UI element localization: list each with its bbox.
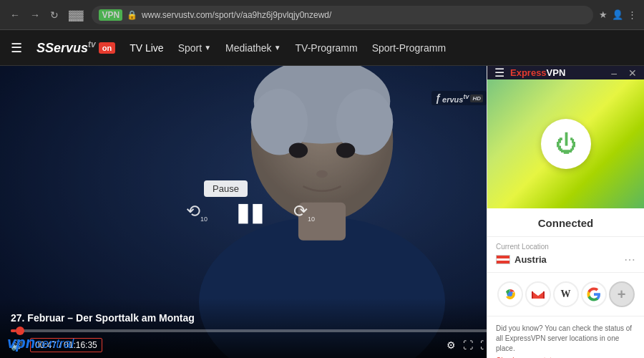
app-icons-section: W + bbox=[487, 273, 644, 316]
logo-servus: SServustv bbox=[36, 39, 96, 56]
extensions-button[interactable]: ▓▓ bbox=[66, 8, 86, 22]
back-button[interactable]: ← bbox=[7, 8, 23, 22]
content-area: ƒ ervustv HD Pause ⟲10 ▮▮ ⟳10 27. Februa… bbox=[0, 66, 644, 358]
vpn-central-watermark: vpncentral bbox=[7, 334, 74, 352]
video-bottom: 27. Februar – Der Sporttalk am Montag 🔊 … bbox=[0, 298, 501, 358]
profile-icon[interactable]: 👤 bbox=[612, 9, 623, 20]
bookmark-icon[interactable]: ★ bbox=[599, 9, 608, 20]
vpn-logo: ExpressExpressVPNVPN bbox=[510, 67, 605, 78]
forward-button-video[interactable]: ⟳10 bbox=[293, 201, 315, 223]
settings-icon[interactable]: ⚙ bbox=[447, 339, 456, 351]
vpn-gradient-area: ⏻ bbox=[487, 79, 644, 208]
did-you-know-section: Did you know? You can check the status o… bbox=[487, 316, 644, 358]
location-more-button[interactable]: ⋯ bbox=[624, 253, 635, 266]
vpn-close-button[interactable]: ✕ bbox=[628, 67, 637, 79]
lock-icon: 🔒 bbox=[127, 10, 137, 20]
google-app-icon[interactable] bbox=[581, 281, 607, 307]
url-text: www.servustv.com/sport/v/aa9hz6j9pvlqjy0… bbox=[142, 10, 331, 20]
location-flag-name: Austria bbox=[496, 254, 547, 265]
connected-label: Connected bbox=[538, 208, 594, 236]
progress-bar[interactable] bbox=[11, 329, 490, 332]
hd-badge: HD bbox=[470, 95, 483, 102]
nav-buttons: ← → ↻ ▓▓ bbox=[7, 8, 86, 22]
nav-item-tv-programm[interactable]: TV-Programm bbox=[296, 42, 358, 54]
add-app-icon[interactable]: + bbox=[609, 281, 635, 307]
video-watermark: ƒ ervustv HD bbox=[431, 91, 487, 105]
nav-item-sport-programm[interactable]: Sport-Programm bbox=[372, 42, 446, 54]
nav-item-tv-live[interactable]: TV Live bbox=[130, 42, 163, 54]
chrome-app-icon[interactable] bbox=[497, 281, 523, 307]
gmail-app-icon[interactable] bbox=[525, 281, 551, 307]
vpn-content: ⏻ Connected Current Location Austria ⋯ bbox=[487, 79, 644, 358]
address-bar[interactable]: VPN 🔒 www.servustv.com/sport/v/aa9hz6j9p… bbox=[92, 6, 593, 24]
playback-controls: ⟲10 ▮▮ ⟳10 bbox=[186, 197, 315, 227]
nav-item-sport[interactable]: Sport ▼ bbox=[178, 42, 211, 54]
browser-actions: ★ 👤 ⋮ bbox=[599, 9, 637, 20]
austria-flag bbox=[496, 255, 510, 264]
main-container: ☰ SServustv on TV Live Sport ▼ Mediathek… bbox=[0, 30, 644, 358]
progress-fill bbox=[11, 329, 16, 332]
pause-tooltip: Pause bbox=[204, 180, 248, 197]
browser-chrome: ← → ↻ ▓▓ VPN 🔒 www.servustv.com/sport/v/… bbox=[0, 0, 644, 30]
more-icon[interactable]: ⋮ bbox=[628, 9, 637, 20]
vpn-panel: ☰ ExpressExpressVPNVPN – ✕ ⏻ Connected bbox=[487, 66, 644, 358]
pause-button[interactable]: ▮▮ bbox=[236, 197, 265, 227]
nav-item-mediathek[interactable]: Mediathek ▼ bbox=[225, 42, 281, 54]
refresh-button[interactable]: ↻ bbox=[47, 8, 62, 22]
location-row: Austria ⋯ bbox=[496, 253, 635, 266]
svg-point-13 bbox=[508, 292, 512, 296]
forward-button[interactable]: → bbox=[27, 8, 43, 22]
vpn-menu-icon[interactable]: ☰ bbox=[494, 66, 504, 79]
vpn-minimize-button[interactable]: – bbox=[611, 67, 617, 79]
sport-dropdown-icon: ▼ bbox=[204, 44, 211, 52]
location-label: Current Location bbox=[496, 243, 635, 251]
wikipedia-app-icon[interactable]: W bbox=[553, 281, 579, 307]
power-icon: ⏻ bbox=[555, 132, 577, 156]
video-controls-bar: 🔊 00:47 / 01:16:35 ⚙ ⛶ ⛶ bbox=[11, 338, 490, 352]
logo-area: SServustv on bbox=[36, 39, 115, 56]
rewind-button[interactable]: ⟲10 bbox=[186, 201, 208, 223]
pip-icon[interactable]: ⛶ bbox=[463, 339, 473, 351]
location-section: Current Location Austria ⋯ bbox=[487, 236, 644, 273]
mediathek-dropdown-icon: ▼ bbox=[274, 44, 281, 52]
vpn-badge: VPN bbox=[99, 9, 122, 21]
video-title: 27. Februar – Der Sporttalk am Montag bbox=[11, 312, 490, 324]
vpn-central-text: vpncentral bbox=[7, 334, 74, 352]
watermark-servus: ervustv bbox=[442, 93, 469, 104]
vpn-power-button[interactable]: ⏻ bbox=[541, 119, 591, 169]
did-you-know-text: Did you know? You can check the status o… bbox=[496, 324, 632, 352]
vpn-header: ☰ ExpressExpressVPNVPN – ✕ bbox=[487, 66, 644, 79]
location-name: Austria bbox=[514, 254, 547, 265]
menu-icon[interactable]: ☰ bbox=[11, 40, 22, 56]
logo-on: on bbox=[99, 42, 115, 54]
navbar: ☰ SServustv on TV Live Sport ▼ Mediathek… bbox=[0, 30, 644, 66]
